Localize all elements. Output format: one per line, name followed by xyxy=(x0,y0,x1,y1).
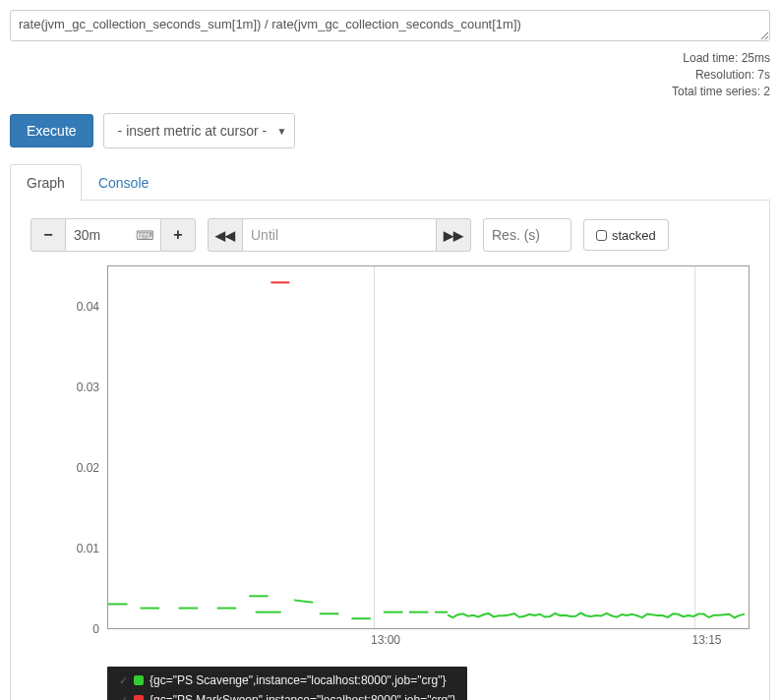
resolution: Resolution: 7s xyxy=(10,67,770,84)
color-swatch xyxy=(134,695,144,700)
range-increase-button[interactable]: + xyxy=(160,218,196,252)
stacked-label: stacked xyxy=(612,228,656,243)
tab-graph[interactable]: Graph xyxy=(10,164,82,201)
execute-button[interactable]: Execute xyxy=(10,114,93,147)
unchecked-icon xyxy=(596,230,607,241)
keyboard-icon: ⌨ xyxy=(136,228,154,243)
time-back-button[interactable]: ◀◀ xyxy=(208,218,243,252)
until-input[interactable] xyxy=(243,218,436,252)
x-axis: 13:0013:15 xyxy=(107,633,750,657)
query-stats: Load time: 25ms Resolution: 7s Total tim… xyxy=(10,50,770,99)
y-axis: 00.010.020.030.04 xyxy=(30,265,105,629)
view-tabs: Graph Console xyxy=(10,164,770,201)
color-swatch xyxy=(134,675,144,685)
resolution-input[interactable] xyxy=(483,218,571,252)
check-icon: ✓ xyxy=(119,674,128,687)
legend-item[interactable]: ✓ {gc="PS MarkSweep",instance="localhost… xyxy=(107,690,467,700)
time-group: ◀◀ ▶▶ xyxy=(208,218,471,252)
range-group: − ⌨ + xyxy=(30,218,196,252)
range-decrease-button[interactable]: − xyxy=(30,218,66,252)
time-forward-button[interactable]: ▶▶ xyxy=(436,218,471,252)
query-input[interactable]: rate(jvm_gc_collection_seconds_sum[1m]) … xyxy=(10,10,770,41)
chart: 00.010.020.030.04 13:0013:15 ✓ {gc="PS S… xyxy=(30,265,750,700)
legend-item[interactable]: ✓ {gc="PS Scavenge",instance="localhost:… xyxy=(107,671,467,690)
metric-select[interactable]: - insert metric at cursor - ▼ xyxy=(103,113,296,148)
check-icon: ✓ xyxy=(119,694,128,700)
load-time: Load time: 25ms xyxy=(10,50,770,67)
tab-console[interactable]: Console xyxy=(82,164,165,201)
chevron-down-icon: ▼ xyxy=(276,126,286,137)
svg-line-6 xyxy=(294,601,314,603)
plot-area[interactable] xyxy=(107,265,750,629)
legend-label: {gc="PS MarkSweep",instance="localhost:8… xyxy=(150,693,455,700)
chart-series xyxy=(108,266,749,628)
graph-panel: − ⌨ + ◀◀ ▶▶ stacked 00.010.020.030.04 xyxy=(10,201,770,700)
total-series: Total time series: 2 xyxy=(10,84,770,100)
chart-legend: ✓ {gc="PS Scavenge",instance="localhost:… xyxy=(107,667,467,700)
legend-label: {gc="PS Scavenge",instance="localhost:80… xyxy=(150,673,446,687)
stacked-toggle[interactable]: stacked xyxy=(583,219,669,251)
metric-select-label: - insert metric at cursor - xyxy=(118,123,268,139)
